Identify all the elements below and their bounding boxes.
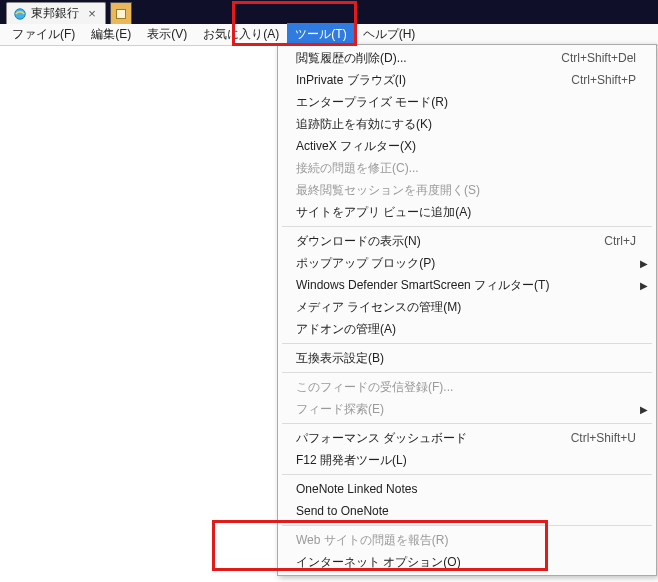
menu-item-label: サイトをアプリ ビューに追加(A): [296, 204, 636, 221]
menu-item-15[interactable]: 互換表示設定(B): [280, 347, 654, 369]
menu-item-label: 閲覧履歴の削除(D)...: [296, 50, 549, 67]
menu-item-3[interactable]: 追跡防止を有効にする(K): [280, 113, 654, 135]
menu-item-shortcut: Ctrl+Shift+P: [559, 73, 636, 87]
menu-item-label: Send to OneNote: [296, 504, 636, 518]
menu-bar: ファイル(F)編集(E)表示(V)お気に入り(A)ツール(T)ヘルプ(H): [0, 24, 658, 46]
menu-item-4[interactable]: ActiveX フィルター(X): [280, 135, 654, 157]
menu-item-5: 接続の問題を修正(C)...: [280, 157, 654, 179]
menu-item-10[interactable]: ポップアップ ブロック(P)▶: [280, 252, 654, 274]
menu-separator: [282, 343, 652, 344]
menu-item-9[interactable]: ダウンロードの表示(N)Ctrl+J: [280, 230, 654, 252]
menu-edit[interactable]: 編集(E): [83, 23, 139, 46]
menu-item-label: Windows Defender SmartScreen フィルター(T): [296, 277, 636, 294]
menu-separator: [282, 372, 652, 373]
menu-item-label: メディア ライセンスの管理(M): [296, 299, 636, 316]
menu-item-label: ActiveX フィルター(X): [296, 138, 636, 155]
menu-help[interactable]: ヘルプ(H): [355, 23, 424, 46]
tools-menu-dropdown: 閲覧履歴の削除(D)...Ctrl+Shift+DelInPrivate ブラウ…: [277, 44, 657, 576]
menu-item-label: エンタープライズ モード(R): [296, 94, 636, 111]
tab-strip: 東邦銀行 ×: [0, 0, 658, 24]
menu-item-label: アドオンの管理(A): [296, 321, 636, 338]
menu-item-label: パフォーマンス ダッシュボード: [296, 430, 559, 447]
menu-item-11[interactable]: Windows Defender SmartScreen フィルター(T)▶: [280, 274, 654, 296]
menu-item-18: フィード探索(E)▶: [280, 398, 654, 420]
menu-item-6: 最終閲覧セッションを再度開く(S): [280, 179, 654, 201]
menu-item-17: このフィードの受信登録(F)...: [280, 376, 654, 398]
menu-view[interactable]: 表示(V): [139, 23, 195, 46]
menu-item-label: OneNote Linked Notes: [296, 482, 636, 496]
menu-item-label: 最終閲覧セッションを再度開く(S): [296, 182, 636, 199]
menu-item-shortcut: Ctrl+Shift+Del: [549, 51, 636, 65]
menu-item-27[interactable]: インターネット オプション(O): [280, 551, 654, 573]
browser-tab[interactable]: 東邦銀行 ×: [6, 2, 106, 24]
menu-favorites[interactable]: お気に入り(A): [195, 23, 287, 46]
menu-item-label: F12 開発者ツール(L): [296, 452, 636, 469]
menu-item-label: ポップアップ ブロック(P): [296, 255, 636, 272]
menu-separator: [282, 226, 652, 227]
menu-item-label: 接続の問題を修正(C)...: [296, 160, 636, 177]
ie-icon: [13, 7, 27, 21]
menu-tools[interactable]: ツール(T): [287, 23, 354, 46]
menu-item-shortcut: Ctrl+J: [592, 234, 636, 248]
menu-item-7[interactable]: サイトをアプリ ビューに追加(A): [280, 201, 654, 223]
menu-item-shortcut: Ctrl+Shift+U: [559, 431, 636, 445]
menu-item-label: このフィードの受信登録(F)...: [296, 379, 636, 396]
menu-item-label: Web サイトの問題を報告(R): [296, 532, 636, 549]
menu-item-1[interactable]: InPrivate ブラウズ(I)Ctrl+Shift+P: [280, 69, 654, 91]
menu-item-label: インターネット オプション(O): [296, 554, 636, 571]
tab-title: 東邦銀行: [31, 5, 85, 22]
menu-separator: [282, 423, 652, 424]
menu-item-label: フィード探索(E): [296, 401, 636, 418]
menu-item-label: InPrivate ブラウズ(I): [296, 72, 559, 89]
new-tab-button[interactable]: [110, 2, 132, 24]
menu-item-12[interactable]: メディア ライセンスの管理(M): [280, 296, 654, 318]
menu-item-21[interactable]: F12 開発者ツール(L): [280, 449, 654, 471]
menu-item-24[interactable]: Send to OneNote: [280, 500, 654, 522]
menu-item-26: Web サイトの問題を報告(R): [280, 529, 654, 551]
menu-item-label: ダウンロードの表示(N): [296, 233, 592, 250]
menu-item-label: 互換表示設定(B): [296, 350, 636, 367]
chevron-right-icon: ▶: [640, 404, 648, 415]
tab-close-icon[interactable]: ×: [85, 7, 99, 21]
menu-item-23[interactable]: OneNote Linked Notes: [280, 478, 654, 500]
chevron-right-icon: ▶: [640, 258, 648, 269]
menu-file[interactable]: ファイル(F): [4, 23, 83, 46]
menu-separator: [282, 525, 652, 526]
chevron-right-icon: ▶: [640, 280, 648, 291]
menu-item-label: 追跡防止を有効にする(K): [296, 116, 636, 133]
menu-item-20[interactable]: パフォーマンス ダッシュボードCtrl+Shift+U: [280, 427, 654, 449]
menu-item-13[interactable]: アドオンの管理(A): [280, 318, 654, 340]
new-tab-icon: [116, 9, 126, 19]
menu-item-0[interactable]: 閲覧履歴の削除(D)...Ctrl+Shift+Del: [280, 47, 654, 69]
menu-item-2[interactable]: エンタープライズ モード(R): [280, 91, 654, 113]
menu-separator: [282, 474, 652, 475]
